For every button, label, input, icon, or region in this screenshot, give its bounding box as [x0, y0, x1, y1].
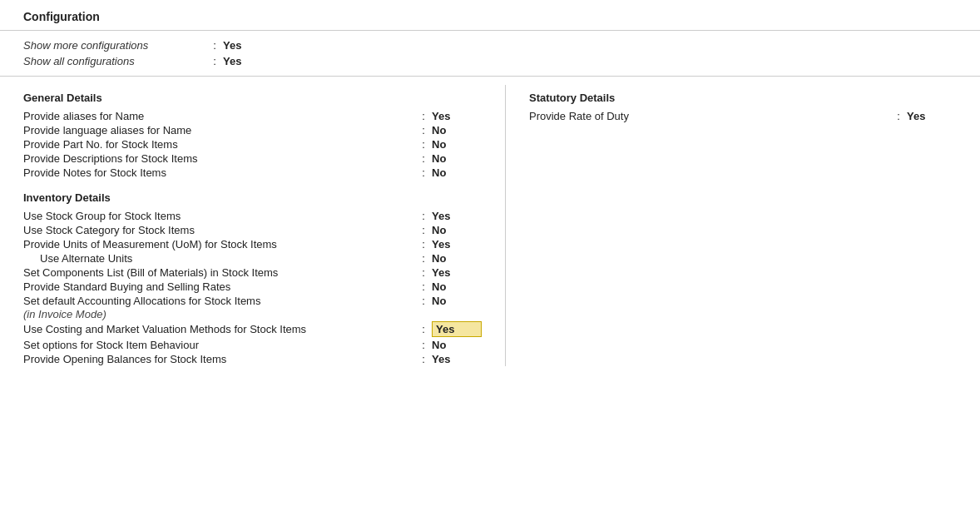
- row-value: Yes: [432, 210, 482, 222]
- row-value: Yes: [432, 321, 482, 337]
- general-row: Provide aliases for Name : Yes: [23, 109, 482, 123]
- inventory-details-title: Inventory Details: [23, 191, 482, 204]
- inventory-row: Provide Opening Balances for Stock Items…: [23, 352, 482, 366]
- page: Configuration Show more configurations :…: [0, 0, 980, 511]
- meta-row: Show more configurations : Yes: [23, 37, 957, 53]
- row-value: No: [432, 124, 482, 136]
- row-label: Provide Opening Balances for Stock Items: [23, 353, 415, 365]
- row-colon: :: [415, 266, 432, 279]
- row-value: No: [432, 224, 482, 236]
- row-label: Provide Standard Buying and Selling Rate…: [23, 280, 415, 293]
- row-label: Provide Rate of Duty: [529, 110, 890, 122]
- left-panel: General Details Provide aliases for Name…: [0, 85, 506, 366]
- row-colon: :: [415, 224, 432, 236]
- config-header: Configuration: [0, 0, 980, 31]
- general-row: Provide language aliases for Name : No: [23, 123, 482, 137]
- inventory-row-wrapper: Set default Accounting Allocations for S…: [23, 294, 482, 320]
- general-row: Provide Descriptions for Stock Items : N…: [23, 151, 482, 166]
- row-label: Provide language aliases for Name: [23, 124, 415, 136]
- meta-value: Yes: [223, 39, 241, 52]
- meta-row: Show all configurations : Yes: [23, 53, 957, 69]
- row-value: Yes: [432, 238, 482, 251]
- meta-colon: :: [206, 39, 223, 52]
- general-details-title: General Details: [23, 92, 482, 104]
- meta-label: Show more configurations: [23, 39, 206, 52]
- inventory-row: Use Stock Group for Stock Items : Yes: [23, 209, 482, 223]
- general-row: Provide Part No. for Stock Items : No: [23, 137, 482, 151]
- row-value: No: [432, 166, 482, 179]
- inventory-row: Use Costing and Market Valuation Methods…: [23, 320, 482, 338]
- inventory-row: Set Components List (Bill of Materials) …: [23, 265, 482, 280]
- row-value: No: [432, 138, 482, 151]
- row-value: No: [432, 280, 482, 293]
- row-value: Yes: [432, 266, 482, 279]
- row-label: Provide Notes for Stock Items: [23, 166, 415, 179]
- row-colon: :: [415, 110, 432, 122]
- inventory-details-rows: Use Stock Group for Stock Items : Yes Us…: [23, 209, 482, 366]
- row-colon: :: [415, 238, 432, 251]
- row-value: Yes: [907, 110, 957, 122]
- row-label: Provide aliases for Name: [23, 110, 415, 122]
- row-colon: :: [415, 323, 432, 335]
- row-label: Use Stock Group for Stock Items: [23, 210, 415, 222]
- row-colon: :: [415, 252, 432, 265]
- inventory-row: Set default Accounting Allocations for S…: [23, 294, 482, 308]
- row-colon: :: [415, 210, 432, 222]
- row-label: Provide Descriptions for Stock Items: [23, 152, 415, 165]
- statutory-row: Provide Rate of Duty : Yes: [529, 109, 957, 123]
- row-value: No: [432, 339, 482, 351]
- row-colon: :: [415, 138, 432, 151]
- row-label: Use Stock Category for Stock Items: [23, 224, 415, 236]
- row-value: Yes: [432, 110, 482, 122]
- statutory-details-title: Statutory Details: [529, 92, 957, 104]
- row-label: Set default Accounting Allocations for S…: [23, 295, 415, 307]
- row-label: Use Alternate Units: [23, 252, 415, 265]
- meta-value: Yes: [223, 55, 241, 67]
- right-panel: Statutory Details Provide Rate of Duty :…: [506, 85, 980, 366]
- row-subtext: (in Invoice Mode): [23, 308, 482, 320]
- row-value: Yes: [432, 353, 482, 365]
- inventory-row: Set options for Stock Item Behaviour : N…: [23, 338, 482, 352]
- row-colon: :: [415, 166, 432, 179]
- row-value: No: [432, 252, 482, 265]
- meta-label: Show all configurations: [23, 55, 206, 67]
- general-details-rows: Provide aliases for Name : Yes Provide l…: [23, 109, 482, 180]
- config-title: Configuration: [23, 10, 100, 23]
- inventory-row: Provide Units of Measurement (UoM) for S…: [23, 237, 482, 251]
- row-label: Provide Units of Measurement (UoM) for S…: [23, 238, 415, 251]
- meta-colon: :: [206, 55, 223, 67]
- row-value: No: [432, 295, 482, 307]
- row-colon: :: [415, 280, 432, 293]
- inventory-row: Use Alternate Units : No: [23, 251, 482, 265]
- row-colon: :: [415, 353, 432, 365]
- row-colon: :: [415, 339, 432, 351]
- statutory-details-rows: Provide Rate of Duty : Yes: [529, 109, 957, 123]
- row-label: Set Components List (Bill of Materials) …: [23, 266, 415, 279]
- inventory-row: Provide Standard Buying and Selling Rate…: [23, 280, 482, 294]
- row-colon: :: [890, 110, 907, 122]
- row-label: Provide Part No. for Stock Items: [23, 138, 415, 151]
- row-label: Use Costing and Market Valuation Methods…: [23, 323, 415, 335]
- general-row: Provide Notes for Stock Items : No: [23, 166, 482, 180]
- inventory-row: Use Stock Category for Stock Items : No: [23, 223, 482, 237]
- row-value: No: [432, 152, 482, 165]
- main-content: General Details Provide aliases for Name…: [0, 77, 980, 375]
- config-meta: Show more configurations : Yes Show all …: [0, 31, 980, 77]
- row-colon: :: [415, 152, 432, 165]
- row-colon: :: [415, 295, 432, 307]
- row-label: Set options for Stock Item Behaviour: [23, 339, 415, 351]
- row-colon: :: [415, 124, 432, 136]
